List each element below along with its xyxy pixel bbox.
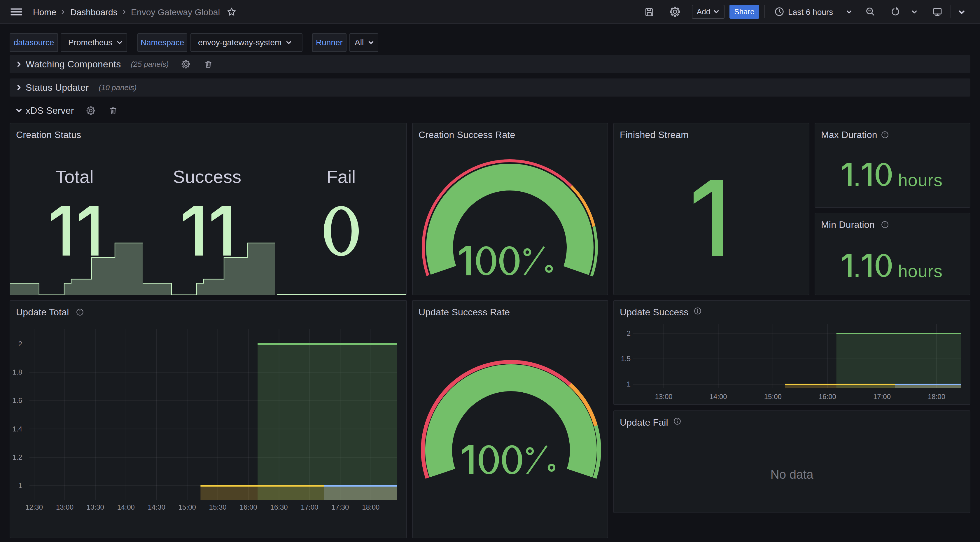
svg-text:14:30: 14:30 (148, 503, 165, 511)
svg-text:15:30: 15:30 (209, 503, 227, 511)
svg-text:1: 1 (627, 380, 631, 388)
svg-text:1.2: 1.2 (13, 453, 22, 461)
svg-text:12:30: 12:30 (25, 503, 43, 511)
svg-text:13:30: 13:30 (87, 503, 104, 511)
svg-text:13:00: 13:00 (655, 393, 673, 400)
svg-text:17:30: 17:30 (331, 503, 349, 511)
svg-text:17:00: 17:00 (873, 393, 891, 400)
svg-text:2: 2 (627, 329, 631, 337)
svg-text:14:00: 14:00 (710, 393, 727, 400)
svg-text:18:00: 18:00 (362, 503, 379, 511)
svg-text:16:00: 16:00 (240, 503, 257, 511)
svg-text:16:30: 16:30 (270, 503, 288, 511)
svg-text:1.4: 1.4 (13, 425, 22, 433)
svg-text:1.8: 1.8 (13, 368, 22, 376)
svg-text:17:00: 17:00 (301, 503, 318, 511)
svg-text:1.6: 1.6 (13, 397, 22, 404)
svg-text:14:00: 14:00 (117, 503, 135, 511)
svg-text:16:00: 16:00 (819, 393, 836, 400)
svg-text:1.5: 1.5 (621, 355, 631, 363)
svg-text:18:00: 18:00 (928, 393, 945, 400)
svg-text:15:00: 15:00 (178, 503, 196, 511)
svg-text:2: 2 (18, 340, 22, 348)
svg-text:1: 1 (18, 481, 22, 489)
svg-text:13:00: 13:00 (56, 503, 73, 511)
svg-text:15:00: 15:00 (764, 393, 782, 400)
